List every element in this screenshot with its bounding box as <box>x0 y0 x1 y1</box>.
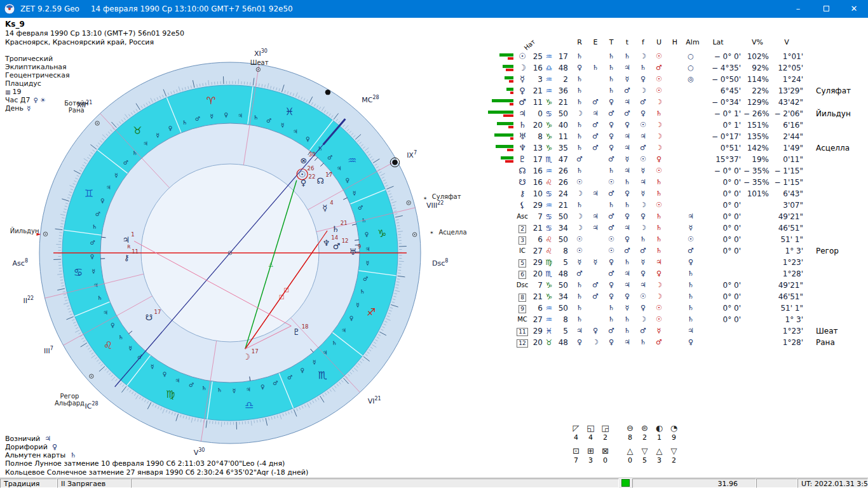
status-tradition[interactable]: Традиция <box>0 478 57 488</box>
dignity-glyph: ♄ <box>572 51 587 62</box>
dignity-glyph: ♂ <box>604 222 619 234</box>
dignity-glyph: ☉ <box>635 154 651 165</box>
dignity-glyph: ☽ <box>572 211 587 222</box>
term-ruler-glyph: ♄ <box>332 340 337 346</box>
term-ruler-glyph: ♄ <box>360 288 365 295</box>
planet-row: ☊16♒26♄♄♃☿☉− 0° 0'− 35%− 1'15" <box>477 165 868 177</box>
status-user[interactable]: II Запрягаев <box>57 478 131 488</box>
term-ruler-glyph: ☿ <box>356 302 360 308</box>
dignity-glyph: ♃ <box>588 222 603 234</box>
mercury-glyph: ☿ <box>322 203 327 213</box>
planet-degree-label: 9 <box>358 243 361 250</box>
term-ruler-glyph: ☿ <box>353 190 356 196</box>
dignity-glyph: ♂ <box>588 142 603 154</box>
dignity-glyph: ♄ <box>651 222 667 234</box>
zodiac-sign-glyph: ♏ <box>318 369 327 381</box>
house-cusp-label: MC28 <box>362 95 379 104</box>
zodiac-sign-glyph: ♐ <box>367 306 376 318</box>
column-header: V% <box>746 38 769 48</box>
aspect-glyph: △ <box>269 261 273 268</box>
dignity-glyph: ♂ <box>588 97 603 108</box>
table-title-nat: Нат <box>523 38 537 51</box>
dignity-glyph: ♂ <box>604 211 619 222</box>
minimize-button[interactable]: – <box>784 0 812 18</box>
column-header: V <box>775 38 798 48</box>
title-bar: ZET 9.2.59 Geo 14 февраля 1990 Ср 13:10:… <box>0 0 868 18</box>
close-button[interactable]: ✕ <box>840 0 868 18</box>
dignity-glyph: ♃ <box>620 280 635 291</box>
dignity-glyph: ☉ <box>651 314 667 325</box>
strength-bar-green <box>506 88 513 91</box>
chart-info-block: Ks_9 14 февраля 1990 Ср 13:10 (GMT+7) 56… <box>5 20 184 46</box>
stat-cell: ⊜2 <box>637 423 652 442</box>
house-cusp-label: IC28 <box>85 401 98 410</box>
dignity-glyph: ☿ <box>635 188 651 200</box>
dignity-glyph: ☽ <box>651 142 667 154</box>
dignity-glyph: ☉ <box>635 291 651 302</box>
dignity-glyph: ♃ <box>635 131 651 142</box>
sign-glyph: ♎ <box>544 62 554 74</box>
point-glyph: 2 <box>515 222 530 234</box>
term-ruler-glyph: ♂ <box>195 116 200 122</box>
term-ruler-glyph: ♀ <box>224 112 228 118</box>
planet-row: ☉25♒17♄♄♄☽☉○− 0° 0'102%1°01' <box>477 51 868 62</box>
point-glyph: Asc <box>515 211 530 222</box>
dignity-glyph: ♄ <box>620 314 635 325</box>
dignity-glyph: ♂ <box>620 85 635 97</box>
term-ruler-glyph: ♄ <box>201 385 207 391</box>
eclipse-point <box>392 159 397 165</box>
dignity-glyph: ♄ <box>651 234 667 245</box>
natal-chart-wheel[interactable]: ♈♃♀☿♂♄♉♀☿♃♄♂♊☿♃♀♂♄♋♂♀☿♃♄♌♃♀♄☿♂♍☿♀♃♂♄♎♄☿♃… <box>0 18 489 482</box>
uranus-glyph: ♅ <box>349 247 356 257</box>
dignity-glyph: ♃ <box>620 131 635 142</box>
term-ruler-glyph: ♄ <box>118 334 123 341</box>
dignity-glyph: ♄ <box>651 188 667 200</box>
house-row: 821♑34♄♂♀♀☉☽♄0° 0'46'51" <box>477 291 868 302</box>
maximize-button[interactable] <box>812 0 840 18</box>
fixed-star-name: Шеат <box>816 325 867 337</box>
dignity-glyph: ♂ <box>651 337 667 348</box>
planet-degree-label: 1 <box>131 231 134 238</box>
dignity-glyph: ♃ <box>683 211 698 222</box>
dignity-glyph: ♀ <box>683 337 698 348</box>
status-ut-time: UT: 2022.01.31 3:51:40 <box>797 478 868 488</box>
dignity-glyph: ♂ <box>588 119 603 131</box>
dignity-glyph: ☽ <box>635 85 651 97</box>
point-glyph: ☿ <box>515 74 530 85</box>
dignity-glyph: ☉ <box>604 177 619 188</box>
term-ruler-glyph: ♂ <box>90 240 95 246</box>
dignity-glyph: ♂ <box>604 188 619 200</box>
planet-degree-label: 12 <box>342 238 349 244</box>
house-row: 529♍5☿☿♀♄☿♃♀1°23' <box>477 257 868 268</box>
dignity-glyph: ☽ <box>651 119 667 131</box>
term-ruler-glyph: ♃ <box>103 309 108 316</box>
dignity-glyph: ♄ <box>572 97 587 108</box>
term-ruler-glyph: ☿ <box>281 122 285 128</box>
retrograde-mark: R <box>127 244 130 250</box>
dignity-glyph: ♄ <box>620 51 635 62</box>
dignity-glyph: ♄ <box>604 85 619 97</box>
dignity-glyph: ♂ <box>588 280 603 291</box>
dignity-glyph: ◎ <box>683 74 698 85</box>
strength-bar-green <box>488 111 513 114</box>
sign-glyph: ♋ <box>544 188 554 200</box>
dignity-glyph: ♀ <box>604 131 619 142</box>
dignity-glyph: ♀ <box>604 142 619 154</box>
dignity-glyph: ♃ <box>635 280 651 291</box>
north-node-glyph: ☊ <box>316 176 324 186</box>
dignity-glyph: ☉ <box>651 74 667 85</box>
app-title: ZET 9.2.59 Geo <box>20 4 79 13</box>
sign-glyph: ♋ <box>544 222 554 234</box>
setting-line: Геоцентрическая <box>5 71 70 79</box>
dignity-glyph: ♂ <box>572 268 587 280</box>
dignity-glyph: ♀ <box>604 291 619 302</box>
status-green-indicator <box>621 479 630 487</box>
strength-bar-red <box>506 69 513 71</box>
dignity-glyph: ♄ <box>683 280 698 291</box>
strength-bar-red <box>508 57 513 60</box>
strength-bar-red <box>510 92 513 94</box>
term-ruler-glyph: ♀ <box>349 315 354 322</box>
fixed-star-name: Регор <box>816 245 867 257</box>
dignity-glyph: ♀ <box>620 211 635 222</box>
point-glyph: 3 <box>515 234 530 245</box>
